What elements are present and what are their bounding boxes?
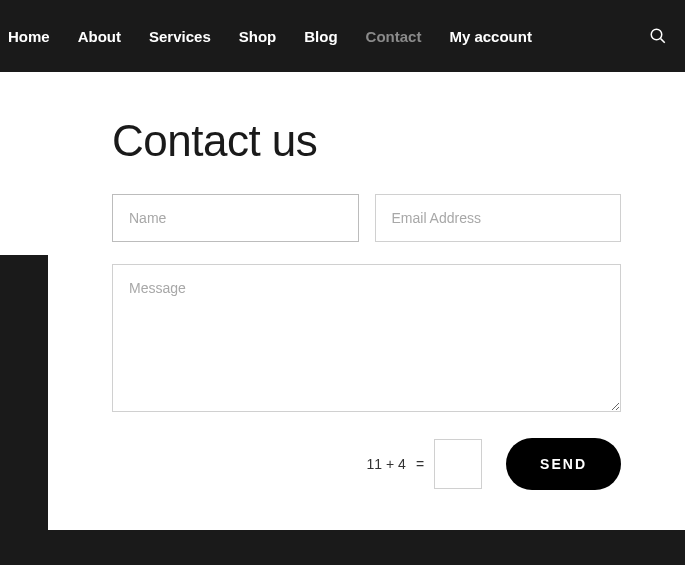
captcha-input[interactable] bbox=[434, 439, 482, 489]
form-bottom-row: 11 + 4 = SEND bbox=[112, 438, 621, 490]
captcha-question: 11 + 4 bbox=[367, 456, 406, 472]
nav-item-about[interactable]: About bbox=[78, 28, 121, 45]
email-input[interactable] bbox=[375, 194, 622, 242]
nav-item-services[interactable]: Services bbox=[149, 28, 211, 45]
page-title: Contact us bbox=[112, 116, 621, 166]
form-row-top bbox=[112, 194, 621, 242]
contact-card: Contact us 11 + 4 = SEND bbox=[48, 72, 685, 530]
search-icon[interactable] bbox=[649, 27, 667, 45]
message-textarea[interactable] bbox=[112, 264, 621, 412]
nav-item-shop[interactable]: Shop bbox=[239, 28, 277, 45]
name-input[interactable] bbox=[112, 194, 359, 242]
send-button[interactable]: SEND bbox=[506, 438, 621, 490]
main-nav: Home About Services Shop Blog Contact My… bbox=[0, 0, 685, 72]
nav-item-home[interactable]: Home bbox=[8, 28, 50, 45]
nav-item-my-account[interactable]: My account bbox=[449, 28, 532, 45]
nav-item-contact[interactable]: Contact bbox=[366, 28, 422, 45]
captcha-equals: = bbox=[416, 456, 424, 472]
svg-point-0 bbox=[651, 29, 662, 40]
svg-line-1 bbox=[661, 39, 665, 43]
nav-item-blog[interactable]: Blog bbox=[304, 28, 337, 45]
